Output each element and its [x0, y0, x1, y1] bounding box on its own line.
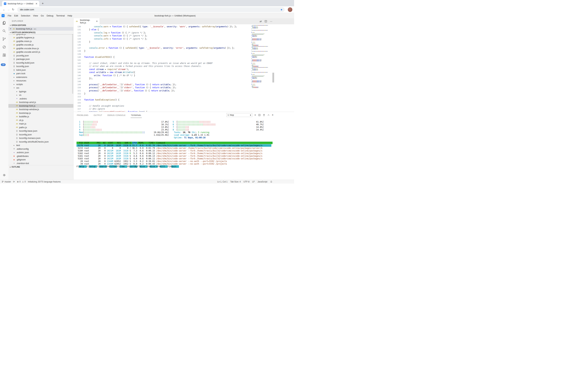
extensions-icon[interactable]: [0, 51, 8, 59]
tree-item-.eslintrc.json[interactable]: ●.eslintrc.json: [8, 151, 73, 154]
code-editor[interactable]: 130 console.warn = function () { safeSen…: [74, 24, 294, 112]
tree-item-bootstrap-fork.js[interactable]: JSbootstrap-fork.js: [8, 104, 73, 108]
source-control-icon[interactable]: [0, 35, 8, 43]
menu-go[interactable]: Go: [39, 14, 45, 18]
tree-item-test[interactable]: ▸test: [8, 144, 73, 147]
tab-close-icon[interactable]: ✕: [35, 2, 37, 5]
tree-item-bootstrap.js[interactable]: JSbootstrap.js: [8, 111, 73, 115]
tree-item-gulpfile.js[interactable]: JSgulpfile.js: [8, 34, 73, 36]
tree-item-paths.js[interactable]: JSpaths.js: [8, 125, 73, 129]
tree-item-tslint.json[interactable]: {}tslint.json: [8, 68, 73, 72]
open-changes-icon[interactable]: ⇄: [260, 20, 262, 23]
settings-gear-icon[interactable]: [0, 172, 8, 179]
tree-item-.gitattributes[interactable]: ◆.gitattributes: [8, 154, 73, 158]
chevron-icon: ▸: [13, 80, 16, 82]
notifications-bell-icon[interactable]: [270, 181, 272, 183]
reload-icon[interactable]: ↻: [11, 7, 15, 12]
language-mode[interactable]: JavaScript: [257, 181, 267, 183]
tree-item-bootstrap-window.js[interactable]: JSbootstrap-window.js: [8, 108, 73, 111]
encoding[interactable]: UTF-8: [243, 181, 249, 183]
tree-item-cli.js[interactable]: JScli.js: [8, 118, 73, 122]
sync-icon[interactable]: ⟳: [13, 181, 15, 183]
tree-item-.gitignore[interactable]: ◆.gitignore: [8, 158, 73, 162]
tree-item-.mention-bot[interactable]: ●.mention-bot: [8, 161, 73, 165]
split-terminal-icon[interactable]: [258, 114, 261, 116]
tree-item-gulpfile.mixin.js[interactable]: JSgulpfile.mixin.js: [8, 39, 73, 43]
tree-item-tsconfig.json[interactable]: {}tsconfig.json: [8, 133, 73, 136]
workspace-header[interactable]: ▾ UNTITLED (WORKSPACE): [8, 31, 73, 34]
close-panel-icon[interactable]: ×: [272, 113, 273, 117]
panel-tab-terminal[interactable]: TERMINAL: [131, 113, 142, 118]
search-icon[interactable]: [0, 27, 8, 35]
tree-item-gulpfile.vscode.js[interactable]: JSgulpfile.vscode.js: [8, 43, 73, 47]
bookmark-star-icon[interactable]: ★: [280, 8, 282, 11]
maximize-panel-icon[interactable]: [267, 114, 270, 116]
forward-icon[interactable]: →: [6, 7, 11, 12]
new-tab-button[interactable]: +: [40, 1, 45, 6]
tree-item-.eslintrc[interactable]: ●.eslintrc: [8, 97, 73, 100]
menu-help[interactable]: Help: [66, 14, 74, 18]
menu-view[interactable]: View: [32, 14, 39, 18]
kill-terminal-icon[interactable]: [263, 114, 265, 116]
app-logo-icon[interactable]: </>: [1, 14, 5, 17]
panel-tab-debug-console[interactable]: DEBUG CONSOLE: [107, 113, 126, 118]
split-editor-icon[interactable]: [265, 20, 267, 23]
menu-edit[interactable]: Edit: [13, 14, 19, 18]
cursor-position[interactable]: Ln 1, Col 1: [217, 181, 228, 183]
tree-item-typings[interactable]: ▸typings: [8, 90, 73, 93]
status-badge[interactable]: Off: [1, 63, 6, 66]
tree-item-tsconfig.monaco.json[interactable]: {}tsconfig.monaco.json: [8, 136, 73, 140]
tree-item-gulpfile.hygiene.js[interactable]: JSgulpfile.hygiene.js: [8, 36, 73, 40]
debug-icon[interactable]: [0, 43, 8, 51]
tree-item-vs[interactable]: ▸vs: [8, 93, 73, 97]
menu-terminal[interactable]: Terminal: [55, 14, 66, 18]
tree-item-extensions[interactable]: ▸extensions: [8, 75, 73, 79]
minimap-line: [251, 46, 271, 46]
tree-item-resources[interactable]: ▸resources: [8, 79, 73, 83]
menu-file[interactable]: File: [6, 14, 13, 18]
editor-tab[interactable]: JS bootstrap-fork.js ✕: [74, 18, 100, 24]
tree-item-jsconfig.json[interactable]: {}jsconfig.json: [8, 54, 73, 58]
avatar[interactable]: [288, 7, 292, 12]
menu-debug[interactable]: Debug: [45, 14, 55, 18]
sidebar-scrollbar[interactable]: [72, 34, 73, 94]
minimap[interactable]: [251, 25, 271, 88]
tree-item-tsconfig.json[interactable]: {}tsconfig.json: [8, 65, 73, 68]
tree-item-gulpfile.vscode.win32.js[interactable]: JSgulpfile.vscode.win32.js: [8, 50, 73, 54]
close-icon[interactable]: ✕: [10, 28, 12, 30]
terminal[interactable]: 1 [||||||||||| 17.8%] 5 [|||||||||||||||…: [76, 121, 273, 168]
eol[interactable]: LF: [252, 181, 255, 183]
tab-size[interactable]: Tab Size: 4: [230, 181, 241, 183]
tree-item-tsconfig.base.json[interactable]: {}tsconfig.base.json: [8, 129, 73, 133]
tree-item-tsconfig.build.json[interactable]: {}tsconfig.build.json: [8, 61, 73, 65]
more-actions-icon[interactable]: ⋯: [270, 20, 272, 23]
tree-item-.editorconfig[interactable]: ✱.editorconfig: [8, 147, 73, 151]
tree-item-main.js[interactable]: JSmain.js: [8, 122, 73, 126]
explorer-icon[interactable]: [0, 19, 8, 27]
tree-item-tsconfig.strictNullChecks.json[interactable]: {}tsconfig.strictNullChecks.json: [8, 140, 73, 144]
panel-tab-problems[interactable]: PROBLEMS: [76, 113, 89, 118]
line-number: 150: [74, 86, 81, 89]
tree-item-yarn.lock[interactable]: ◆yarn.lock: [8, 72, 73, 75]
open-editor-item[interactable]: ✕ JS bootstrap-fork.js src: [8, 27, 73, 31]
problems-status[interactable]: ⊗ 0 ⚠ 0: [17, 181, 26, 183]
tree-item-gulpfile.vscode.linux.js[interactable]: JSgulpfile.vscode.linux.js: [8, 47, 73, 50]
branch-status[interactable]: master: [2, 181, 11, 183]
tree-item-src[interactable]: ▾src: [8, 86, 73, 90]
tree-item-scripts[interactable]: ▸scripts: [8, 83, 73, 86]
open-editors-header[interactable]: ▾ OPEN EDITORS: [8, 24, 73, 27]
new-terminal-icon[interactable]: +: [254, 113, 256, 117]
tree-item-bootstrap-amd.js[interactable]: JSbootstrap-amd.js: [8, 100, 73, 104]
tree-item-buildfile.js[interactable]: JSbuildfile.js: [8, 115, 73, 118]
tab-close-icon[interactable]: ✕: [96, 20, 98, 23]
outline-header[interactable]: ▸ OUTLINE: [8, 165, 73, 169]
terminal-select[interactable]: 1: htop: [226, 113, 252, 117]
back-icon[interactable]: ←: [2, 7, 6, 12]
panel-tab-output[interactable]: OUTPUT: [93, 113, 103, 118]
editor-scrollbar[interactable]: [272, 73, 274, 83]
address-bar[interactable]: ide.coder.com ★: [17, 7, 285, 12]
tree-item-package.json[interactable]: {}package.json: [8, 58, 73, 61]
minimap-line: [251, 82, 271, 82]
browser-tab[interactable]: </> bootstrap-fork.js — Untitled (W ✕: [2, 1, 39, 6]
menu-selection[interactable]: Selection: [19, 14, 32, 18]
